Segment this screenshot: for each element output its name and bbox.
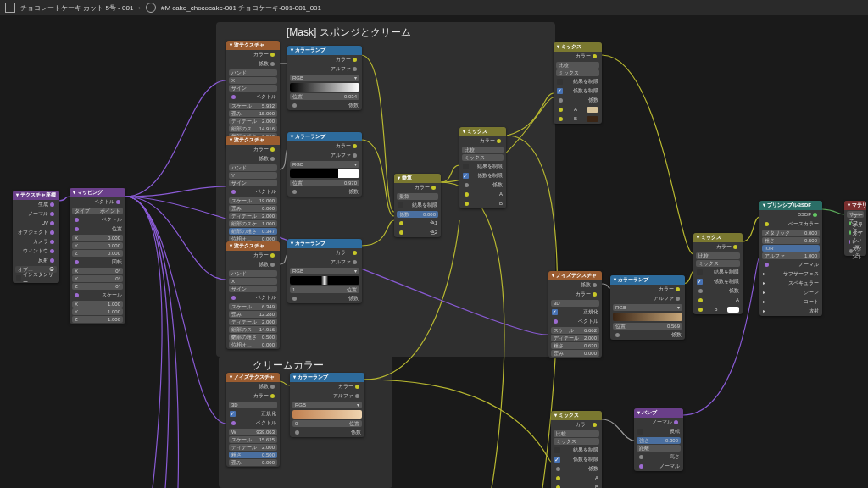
gradient[interactable]	[292, 410, 362, 419]
node-header[interactable]: テクスチャ座標	[13, 191, 59, 200]
node-colorramp-cream[interactable]: カラーランプ カラー アルファ RGB▾ 0位置 係数	[290, 373, 364, 437]
gradient[interactable]	[290, 276, 359, 285]
node-mix-2[interactable]: ミックス カラー 比較 ミックス 結果を制限 係数を制限 係数 A B	[459, 127, 506, 208]
node-texture-coordinate[interactable]: テクスチャ座標 生成 ノーマル UV オブジェクト カメラ ウィンドウ 反射 オ…	[13, 191, 59, 283]
node-mapping[interactable]: マッピング ベクトル タイプポイント ベクトル 位置 X0.000 Y0.000…	[70, 188, 125, 324]
node-mix-side[interactable]: ミックス カラー 比較 ミックス 結果を制限 係数を制限 係数 A B	[693, 233, 743, 314]
node-header[interactable]: マッピング	[70, 188, 125, 197]
breadcrumb[interactable]: チョコレートケーキ カット 5号 - 001 › #M cake_chococa…	[0, 0, 868, 15]
node-colorramp-2[interactable]: カラーランプ カラー アルファ RGB▾ 位置0.970 係数	[287, 132, 362, 197]
breadcrumb-object[interactable]: チョコレートケーキ カット 5号 - 001	[20, 3, 133, 13]
node-wave-3[interactable]: 波テクスチャ カラー 係数 バンド X サイン ベクトル スケール6.349 歪…	[226, 241, 280, 349]
node-material-output[interactable]: マテリアル出力 すべて サーフェス ボリューム ディスプレイスメント 厚さ	[844, 201, 866, 256]
node-colorramp-right[interactable]: カラーランプ カラー アルファ RGB▾ 位置0.569 係数	[610, 275, 685, 340]
node-noise-cream[interactable]: ノイズテクスチャ 係数 カラー 3D 正規化 ベクトル W939.063 スケー…	[226, 373, 280, 467]
object-icon	[5, 3, 15, 13]
frame-mask-label: [Mask] スポンジとクリーム	[287, 25, 411, 40]
gradient[interactable]	[290, 83, 359, 92]
node-noise-2[interactable]: ノイズテクスチャ 係数 カラー 3D 正規化 ベクトル スケール6.662 ディ…	[548, 271, 602, 358]
node-wave-2[interactable]: 波テクスチャ カラー 係数 バンド Y サイン ベクトル スケール19.000 …	[226, 136, 280, 243]
breadcrumb-material[interactable]: #M cake_chococake-001 チョコケーキ-001-001_001	[161, 3, 321, 13]
node-mix-top[interactable]: ミックス カラー 比較 ミックス 結果を制限 係数を制限 係数 A B	[554, 42, 602, 124]
material-icon	[146, 3, 156, 13]
chevron-right-icon: ›	[138, 4, 141, 12]
node-colorramp-1[interactable]: カラーランプ カラー アルファ RGB▾ 位置0.034 係数	[287, 46, 362, 110]
node-colorramp-3[interactable]: カラーランプ カラー アルファ RGB▾ 1位置 係数	[287, 239, 362, 303]
frame-cream-label: クリームカラー	[253, 358, 324, 373]
node-bump[interactable]: バンプ ノーマル 反転 強さ0.300 距離 高さ ノーマル	[634, 408, 683, 471]
gradient[interactable]	[613, 313, 682, 321]
node-principled-bsdf[interactable]: プリンシプルBSDF BSDF ベースカラー メタリック0.000 粗さ0.50…	[760, 201, 822, 316]
node-mix-bottom[interactable]: ミックス カラー 比較 ミックス 結果を制限 係数を制限 係数 A B	[551, 411, 602, 488]
node-mix-multiply[interactable]: 乗算 カラー 乗算 結果を制限 係数0.000 色1 色2	[394, 174, 441, 237]
gradient[interactable]	[290, 169, 359, 178]
node-wave-1[interactable]: 波テクスチャ カラー 係数 バンド X サイン ベクトル スケール5.932 歪…	[226, 41, 280, 148]
